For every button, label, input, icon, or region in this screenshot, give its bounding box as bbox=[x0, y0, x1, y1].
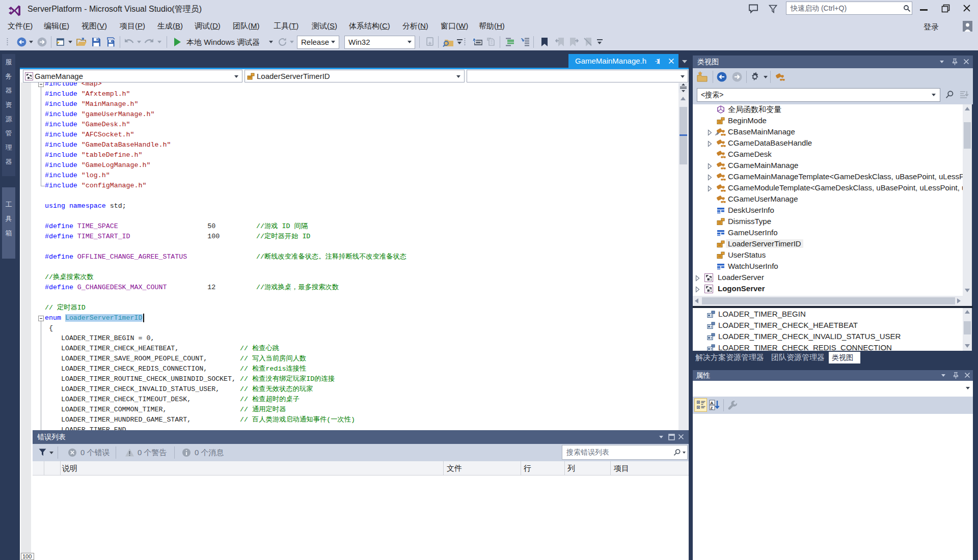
svg-text:A: A bbox=[711, 401, 714, 405]
svg-text:Z: Z bbox=[711, 406, 713, 410]
